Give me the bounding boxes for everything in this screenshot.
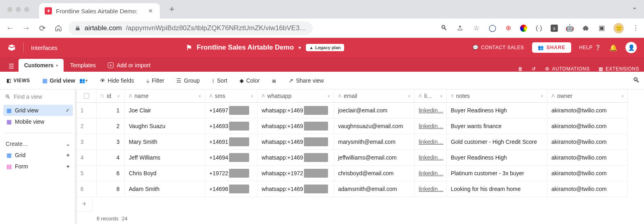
cell-sms[interactable]: +14691 — [205, 134, 258, 150]
search-in-page-icon[interactable]: 🔍︎ — [440, 24, 448, 33]
group-button[interactable]: ☰ Group — [174, 76, 202, 85]
table-row[interactable]: 68Adam Smith+14696whatsapp:+1469adamsmit… — [76, 181, 644, 197]
add-or-import-button[interactable]: + Add or import — [102, 59, 156, 72]
cell-id[interactable]: 6 — [97, 166, 125, 181]
create-form-view[interactable]: ▤ Form + — [3, 161, 73, 172]
cell-owner[interactable]: akiramoto@twilio.com — [547, 118, 628, 134]
share-button[interactable]: 👥 SHARE — [532, 42, 571, 53]
table-row[interactable]: 11Joe Clair+14697whatsapp:+1469joeclair@… — [76, 103, 644, 118]
cell-notes[interactable]: Buyer wants finance — [447, 118, 547, 134]
col-header-name[interactable]: Aname▾ — [125, 89, 205, 103]
cell-owner[interactable]: akiramoto@twilio.com — [547, 150, 628, 166]
table-tab-templates[interactable]: Templates — [64, 59, 101, 72]
cell-owner[interactable]: akiramoto@twilio.com — [547, 166, 628, 181]
window-close-icon[interactable] — [7, 7, 12, 12]
add-row-button[interactable]: + — [76, 197, 93, 212]
interfaces-link[interactable]: Interfaces — [31, 44, 58, 51]
extensions-link[interactable]: ▦ EXTENSIONS — [599, 66, 639, 72]
share-view-button[interactable]: ↗ Share view — [286, 76, 326, 85]
window-max-icon[interactable] — [24, 7, 29, 12]
ext-panel-icon[interactable]: ▣ — [597, 24, 606, 33]
cell-owner[interactable]: akiramoto@twilio.com — [547, 134, 628, 150]
cell-email[interactable]: marysmith@email.com — [334, 134, 415, 150]
cell-sms[interactable]: +14693 — [205, 118, 258, 134]
close-icon[interactable]: × — [147, 7, 154, 15]
search-icon[interactable]: 🔍︎ — [633, 76, 640, 85]
home-button[interactable] — [52, 22, 64, 34]
table-menu-icon[interactable]: ☰ — [5, 60, 18, 72]
col-header-id[interactable]: !↕id▾ — [97, 89, 125, 103]
back-button[interactable]: ← — [4, 22, 16, 34]
table-row[interactable]: 44Jeff Williams+14694whatsapp:+1469jeffw… — [76, 150, 644, 166]
share-icon[interactable] — [456, 24, 464, 33]
cell-whatsapp[interactable]: whatsapp:+1469 — [258, 181, 334, 197]
cell-name[interactable]: Jeff Williams — [125, 150, 205, 166]
row-height-button[interactable]: ≣ — [269, 76, 279, 85]
kebab-menu-icon[interactable]: ⋮ — [631, 24, 640, 33]
sidebar-view-grid[interactable]: ▦ Grid view ✓ — [3, 105, 73, 116]
ext-grid-icon[interactable]: ⊕ — [504, 24, 513, 33]
cell-name[interactable]: Adam Smith — [125, 181, 205, 197]
table-row[interactable]: 56Chris Boyd+19722whatsapp:+1972chrisboy… — [76, 166, 644, 181]
cell-whatsapp[interactable]: whatsapp:+1469 — [258, 103, 334, 118]
cell-owner[interactable]: akiramoto@twilio.com — [547, 181, 628, 197]
cell-linkedin[interactable]: linkedin… — [415, 134, 447, 150]
cell-email[interactable]: vaughnsuazu@email.com — [334, 118, 415, 134]
color-button[interactable]: ◆ Color — [237, 76, 262, 85]
cell-name[interactable]: Chris Boyd — [125, 166, 205, 181]
ext-robot-icon[interactable]: 🤖 — [565, 24, 574, 33]
col-header-notes[interactable]: ≡notes▾ — [447, 89, 547, 103]
cell-email[interactable]: joeclair@email.com — [334, 103, 415, 118]
create-view-header[interactable]: Create... ⌄ — [0, 138, 76, 149]
table-tab-customers[interactable]: Customers ▾ — [19, 59, 64, 72]
cell-whatsapp[interactable]: whatsapp:+1469 — [258, 118, 334, 134]
new-tab-button[interactable]: + — [166, 4, 178, 15]
cell-sms[interactable]: +19722 — [205, 166, 258, 181]
cell-notes[interactable]: Buyer Readiness High — [447, 150, 547, 166]
cell-whatsapp[interactable]: whatsapp:+1972 — [258, 166, 334, 181]
find-view-input[interactable]: 🔍︎ Find a view — [0, 89, 76, 104]
browser-tab[interactable]: ✦ Frontline Sales Airtable Demo: × — [39, 3, 160, 19]
cell-email[interactable]: chrisboyd@email.com — [334, 166, 415, 181]
cell-linkedin[interactable]: linkedin… — [415, 150, 447, 166]
cell-id[interactable]: 2 — [97, 118, 125, 134]
bell-icon[interactable]: 🔔 — [609, 44, 617, 52]
select-all-checkbox[interactable] — [76, 89, 97, 103]
cell-linkedin[interactable]: linkedin… — [415, 181, 447, 197]
history-icon[interactable]: ↺ — [532, 66, 536, 72]
cell-id[interactable]: 4 — [97, 150, 125, 166]
reload-button[interactable]: ⟳ — [36, 22, 48, 34]
col-header-owner[interactable]: Aowner▾ — [547, 89, 628, 103]
cell-email[interactable]: adamsmith@email.com — [334, 181, 415, 197]
cell-notes[interactable]: Gold customer - High Credit Score — [447, 134, 547, 150]
user-avatar[interactable]: 👤 — [625, 42, 637, 53]
ext-colorwheel-icon[interactable] — [520, 25, 527, 32]
profile-avatar[interactable]: 🙂 — [613, 23, 624, 33]
forward-button[interactable]: → — [20, 22, 32, 34]
cell-email[interactable]: jeffwilliams@email.com — [334, 150, 415, 166]
cell-linkedin[interactable]: linkedin… — [415, 166, 447, 181]
cell-linkedin[interactable]: linkedin… — [415, 103, 447, 118]
help-link[interactable]: HELP ❔ — [579, 45, 601, 50]
cell-name[interactable]: Mary Smith — [125, 134, 205, 150]
col-header-email[interactable]: Aemail▾ — [334, 89, 415, 103]
cell-name[interactable]: Vaughn Suazu — [125, 118, 205, 134]
cell-id[interactable]: 8 — [97, 181, 125, 197]
legacy-plan-badge[interactable]: ▲ Legacy plan — [306, 44, 344, 51]
airtable-logo-icon[interactable] — [7, 43, 16, 52]
cell-id[interactable]: 1 — [97, 103, 125, 118]
filter-button[interactable]: ⏚ Filter — [144, 76, 167, 85]
col-header-sms[interactable]: Asms▾ — [205, 89, 258, 103]
window-min-icon[interactable] — [16, 7, 21, 12]
ext-braces-icon[interactable]: (·) — [535, 24, 543, 33]
hide-fields-button[interactable]: 👁︎ Hide fields — [97, 76, 136, 85]
ext-square-icon[interactable]: s — [551, 25, 558, 32]
create-grid-view[interactable]: ▦ Grid + — [3, 149, 73, 161]
star-icon[interactable]: ☆ — [472, 24, 481, 33]
extensions-puzzle-icon[interactable] — [581, 24, 590, 33]
col-header-linkedin[interactable]: Ali…▾ — [415, 89, 447, 103]
cell-whatsapp[interactable]: whatsapp:+1469 — [258, 150, 334, 166]
cell-id[interactable]: 3 — [97, 134, 125, 150]
contact-sales-link[interactable]: 💬 CONTACT SALES — [473, 45, 524, 50]
table-row[interactable]: 33Mary Smith+14691whatsapp:+1469marysmit… — [76, 134, 644, 150]
